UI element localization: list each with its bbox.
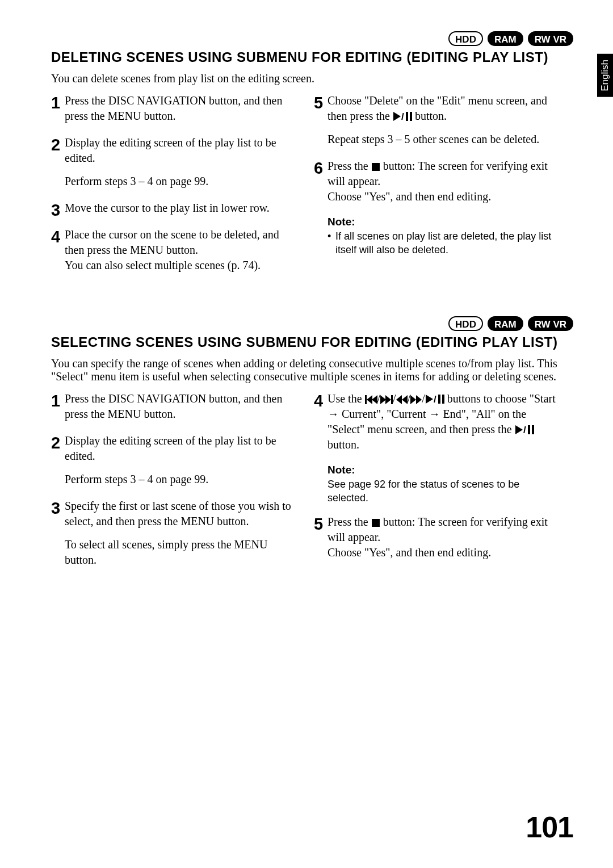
- step-number: 1: [51, 92, 60, 114]
- step-text: Choose "Yes", and then end editing.: [328, 546, 491, 559]
- step-number: 3: [51, 497, 60, 519]
- badge-hdd: HDD: [448, 316, 483, 331]
- svg-rect-22: [532, 425, 534, 434]
- section2-title: SELECTING SCENES USING SUBMENU FOR EDITI…: [51, 334, 573, 350]
- note-body: See page 92 for the status of scenes to …: [314, 477, 561, 505]
- svg-marker-19: [515, 425, 523, 434]
- svg-rect-18: [442, 395, 444, 404]
- svg-text:/: /: [401, 111, 404, 121]
- stop-icon: [371, 518, 380, 527]
- svg-rect-21: [528, 425, 530, 434]
- step-text: Display the editing screen of the play l…: [65, 136, 276, 164]
- svg-text:/: /: [434, 394, 436, 404]
- section1-title: DELETING SCENES USING SUBMENU FOR EDITIN…: [51, 49, 573, 65]
- step-number: 2: [51, 432, 60, 454]
- section2: HDD RAM RW VR SELECTING SCENES USING SUB…: [51, 316, 573, 579]
- step-3: 3 Specify the first or last scene of tho…: [51, 498, 298, 529]
- section1-columns: 1 Press the DISC NAVIGATION button, and …: [51, 93, 573, 284]
- step-1: 1 Press the DISC NAVIGATION button, and …: [51, 391, 298, 422]
- step-text: Press the DISC NAVIGATION button, and th…: [65, 392, 283, 420]
- step-number: 4: [314, 390, 323, 412]
- language-tab: English: [597, 54, 613, 97]
- step-5-sub: Repeat steps 3 – 5 other scenes can be d…: [314, 132, 561, 147]
- section1-left-column: 1 Press the DISC NAVIGATION button, and …: [51, 93, 298, 284]
- step-text: Specify the first or last scene of those…: [65, 500, 291, 527]
- note-heading: Note:: [314, 464, 561, 476]
- svg-rect-5: [365, 395, 367, 404]
- svg-rect-2: [406, 112, 408, 121]
- step-number: 6: [314, 157, 323, 179]
- svg-marker-0: [393, 112, 401, 121]
- step-text: Press the: [328, 515, 368, 528]
- step-4: 4 Use the ///// buttons to choose "Start…: [314, 391, 561, 452]
- note-heading: Note:: [314, 216, 561, 228]
- section2-intro: You can specify the range of scenes when…: [51, 357, 573, 383]
- step-2-sub: Perform steps 3 – 4 on page 99.: [51, 174, 298, 189]
- svg-marker-6: [367, 395, 372, 404]
- note-text: If all scenes on play list are deleted, …: [335, 229, 561, 257]
- svg-marker-8: [380, 395, 386, 404]
- step-text: button.: [415, 110, 447, 122]
- step-text: button.: [328, 438, 359, 451]
- step-text: Use the: [328, 392, 362, 405]
- svg-marker-7: [372, 395, 377, 404]
- bullet-icon: •: [328, 229, 335, 257]
- badge-rwvr: RW VR: [528, 31, 573, 46]
- step-number: 3: [51, 199, 60, 221]
- badge-ram: RAM: [488, 31, 523, 46]
- section1-right-column: 5 Choose "Delete" on the "Edit" menu scr…: [314, 93, 561, 284]
- step-text: Choose "Yes", and then end editing.: [328, 190, 491, 203]
- section2-left-column: 1 Press the DISC NAVIGATION button, and …: [51, 391, 298, 579]
- step-6: 6 Press the button: The screen for verif…: [314, 158, 561, 204]
- badge-row: HDD RAM RW VR: [51, 316, 573, 331]
- prev-track-icon: [365, 395, 377, 404]
- step-text: You can also select multiple scenes (p. …: [65, 259, 261, 271]
- svg-marker-9: [385, 395, 391, 404]
- step-2-sub: Perform steps 3 – 4 on page 99.: [51, 472, 298, 487]
- play-pause-icon: /: [425, 394, 444, 404]
- svg-rect-3: [410, 112, 412, 121]
- play-pause-icon: /: [515, 425, 534, 435]
- step-5: 5 Press the button: The screen for verif…: [314, 514, 561, 560]
- note-body: • If all scenes on play list are deleted…: [314, 229, 561, 257]
- svg-rect-4: [372, 163, 380, 171]
- svg-marker-13: [410, 395, 416, 404]
- svg-marker-11: [396, 395, 402, 404]
- page: English HDD RAM RW VR DELETING SCENES US…: [0, 0, 613, 868]
- step-number: 1: [51, 390, 60, 412]
- svg-text:/: /: [523, 425, 526, 435]
- section2-columns: 1 Press the DISC NAVIGATION button, and …: [51, 391, 573, 579]
- step-4: 4 Place the cursor on the scene to be de…: [51, 227, 298, 273]
- step-number: 5: [314, 92, 323, 114]
- step-2: 2 Display the editing screen of the play…: [51, 135, 298, 166]
- step-3-sub: To select all scenes, simply press the M…: [51, 537, 298, 568]
- step-number: 2: [51, 134, 60, 156]
- step-5: 5 Choose "Delete" on the "Edit" menu scr…: [314, 93, 561, 124]
- next-track-icon: [380, 395, 393, 404]
- step-number: 4: [51, 226, 60, 248]
- stop-icon: [371, 162, 380, 171]
- forward-icon: [410, 395, 422, 404]
- step-text: Place the cursor on the scene to be dele…: [65, 228, 279, 256]
- svg-rect-17: [438, 395, 440, 404]
- badge-rwvr: RW VR: [528, 316, 573, 331]
- svg-rect-23: [372, 519, 380, 527]
- step-text: Display the editing screen of the play l…: [65, 434, 276, 462]
- step-text: Move the cursor to the play list in lowe…: [65, 202, 270, 214]
- step-number: 5: [314, 513, 323, 535]
- section2-right-column: 4 Use the ///// buttons to choose "Start…: [314, 391, 561, 579]
- step-2: 2 Display the editing screen of the play…: [51, 433, 298, 464]
- svg-marker-12: [402, 395, 408, 404]
- step-3: 3 Move the cursor to the play list in lo…: [51, 200, 298, 216]
- note-text: See page 92 for the status of scenes to …: [328, 477, 561, 505]
- step-text: Press the DISC NAVIGATION button, and th…: [65, 94, 283, 122]
- rewind-icon: [396, 395, 408, 404]
- page-number: 101: [526, 810, 573, 844]
- svg-marker-14: [416, 395, 422, 404]
- svg-marker-15: [426, 395, 433, 404]
- badge-row: HDD RAM RW VR: [51, 31, 573, 46]
- badge-hdd: HDD: [448, 31, 483, 46]
- step-1: 1 Press the DISC NAVIGATION button, and …: [51, 93, 298, 124]
- play-pause-icon: /: [393, 111, 412, 121]
- section1-intro: You can delete scenes from play list on …: [51, 72, 573, 85]
